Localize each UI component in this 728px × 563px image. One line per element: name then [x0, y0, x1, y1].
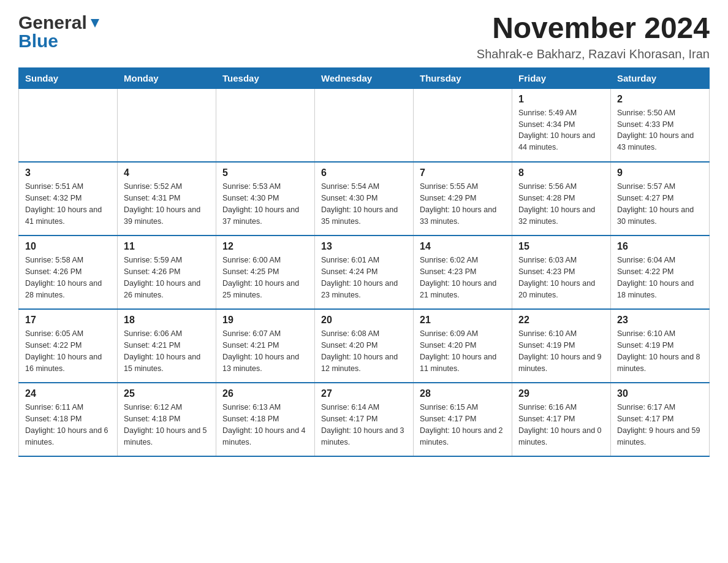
day-number: 22: [518, 315, 604, 326]
day-number: 2: [617, 94, 703, 105]
title-section: November 2024 Shahrak-e Bakharz, Razavi …: [477, 12, 710, 61]
day-number: 29: [518, 388, 604, 399]
calendar-header-row: SundayMondayTuesdayWednesdayThursdayFrid…: [19, 67, 710, 88]
day-info: Sunrise: 5:56 AMSunset: 4:28 PMDaylight:…: [518, 181, 604, 227]
day-info: Sunrise: 5:50 AMSunset: 4:33 PMDaylight:…: [617, 107, 703, 153]
day-number: 12: [222, 241, 308, 252]
calendar-week-1: 1Sunrise: 5:49 AMSunset: 4:34 PMDaylight…: [19, 88, 710, 162]
day-number: 25: [124, 388, 210, 399]
calendar-week-4: 17Sunrise: 6:05 AMSunset: 4:22 PMDayligh…: [19, 309, 710, 383]
day-info: Sunrise: 5:53 AMSunset: 4:30 PMDaylight:…: [222, 181, 308, 227]
day-number: 6: [321, 167, 407, 178]
day-info: Sunrise: 6:09 AMSunset: 4:20 PMDaylight:…: [420, 328, 506, 374]
day-info: Sunrise: 6:13 AMSunset: 4:18 PMDaylight:…: [222, 402, 308, 448]
day-info: Sunrise: 6:06 AMSunset: 4:21 PMDaylight:…: [124, 328, 210, 374]
day-number: 19: [222, 315, 308, 326]
calendar-cell: 26Sunrise: 6:13 AMSunset: 4:18 PMDayligh…: [216, 383, 315, 456]
day-number: 17: [25, 315, 111, 326]
day-number: 9: [617, 167, 703, 178]
calendar-cell: 8Sunrise: 5:56 AMSunset: 4:28 PMDaylight…: [512, 162, 611, 236]
calendar-cell: 5Sunrise: 5:53 AMSunset: 4:30 PMDaylight…: [216, 162, 315, 236]
day-number: 11: [124, 241, 210, 252]
day-info: Sunrise: 6:02 AMSunset: 4:23 PMDaylight:…: [420, 255, 506, 301]
day-info: Sunrise: 5:59 AMSunset: 4:26 PMDaylight:…: [124, 255, 210, 301]
calendar-cell: 11Sunrise: 5:59 AMSunset: 4:26 PMDayligh…: [118, 236, 216, 309]
day-info: Sunrise: 6:12 AMSunset: 4:18 PMDaylight:…: [124, 402, 210, 448]
svg-marker-0: [91, 19, 99, 28]
day-info: Sunrise: 6:05 AMSunset: 4:22 PMDaylight:…: [25, 328, 111, 374]
calendar-cell: 30Sunrise: 6:17 AMSunset: 4:17 PMDayligh…: [611, 383, 710, 456]
day-number: 16: [617, 241, 703, 252]
day-info: Sunrise: 6:04 AMSunset: 4:22 PMDaylight:…: [617, 255, 703, 301]
logo-general-text: General: [18, 12, 87, 33]
day-number: 4: [124, 167, 210, 178]
calendar-cell: 29Sunrise: 6:16 AMSunset: 4:17 PMDayligh…: [512, 383, 611, 456]
day-number: 30: [617, 388, 703, 399]
logo-triangle-icon: [88, 17, 102, 30]
day-number: 10: [25, 241, 111, 252]
calendar-cell: 28Sunrise: 6:15 AMSunset: 4:17 PMDayligh…: [414, 383, 512, 456]
calendar-week-3: 10Sunrise: 5:58 AMSunset: 4:26 PMDayligh…: [19, 236, 710, 309]
calendar-cell: 25Sunrise: 6:12 AMSunset: 4:18 PMDayligh…: [118, 383, 216, 456]
calendar-cell: [118, 88, 216, 162]
day-number: 5: [222, 167, 308, 178]
day-info: Sunrise: 6:14 AMSunset: 4:17 PMDaylight:…: [321, 402, 407, 448]
day-number: 24: [25, 388, 111, 399]
calendar-cell: 15Sunrise: 6:03 AMSunset: 4:23 PMDayligh…: [512, 236, 611, 309]
logo-blue-text: Blue: [18, 31, 58, 52]
calendar-cell: 17Sunrise: 6:05 AMSunset: 4:22 PMDayligh…: [19, 309, 118, 383]
day-info: Sunrise: 6:08 AMSunset: 4:20 PMDaylight:…: [321, 328, 407, 374]
day-number: 13: [321, 241, 407, 252]
day-info: Sunrise: 6:01 AMSunset: 4:24 PMDaylight:…: [321, 255, 407, 301]
day-info: Sunrise: 5:54 AMSunset: 4:30 PMDaylight:…: [321, 181, 407, 227]
day-number: 18: [124, 315, 210, 326]
page-header: General Blue November 2024 Shahrak-e Bak…: [18, 12, 710, 61]
calendar-header-saturday: Saturday: [611, 67, 710, 88]
calendar-cell: 10Sunrise: 5:58 AMSunset: 4:26 PMDayligh…: [19, 236, 118, 309]
day-number: 14: [420, 241, 506, 252]
calendar-cell: 27Sunrise: 6:14 AMSunset: 4:17 PMDayligh…: [315, 383, 414, 456]
calendar-cell: 9Sunrise: 5:57 AMSunset: 4:27 PMDaylight…: [611, 162, 710, 236]
calendar-week-5: 24Sunrise: 6:11 AMSunset: 4:18 PMDayligh…: [19, 383, 710, 456]
calendar-cell: 24Sunrise: 6:11 AMSunset: 4:18 PMDayligh…: [19, 383, 118, 456]
day-info: Sunrise: 6:10 AMSunset: 4:19 PMDaylight:…: [617, 328, 703, 374]
day-number: 20: [321, 315, 407, 326]
day-number: 28: [420, 388, 506, 399]
calendar-cell: 2Sunrise: 5:50 AMSunset: 4:33 PMDaylight…: [611, 88, 710, 162]
day-info: Sunrise: 6:17 AMSunset: 4:17 PMDaylight:…: [617, 402, 703, 448]
day-info: Sunrise: 5:52 AMSunset: 4:31 PMDaylight:…: [124, 181, 210, 227]
calendar-cell: 4Sunrise: 5:52 AMSunset: 4:31 PMDaylight…: [118, 162, 216, 236]
day-info: Sunrise: 6:15 AMSunset: 4:17 PMDaylight:…: [420, 402, 506, 448]
calendar-header-wednesday: Wednesday: [315, 67, 414, 88]
day-number: 8: [518, 167, 604, 178]
calendar-cell: 19Sunrise: 6:07 AMSunset: 4:21 PMDayligh…: [216, 309, 315, 383]
day-number: 27: [321, 388, 407, 399]
calendar-table: SundayMondayTuesdayWednesdayThursdayFrid…: [18, 67, 710, 458]
calendar-cell: [216, 88, 315, 162]
day-info: Sunrise: 5:55 AMSunset: 4:29 PMDaylight:…: [420, 181, 506, 227]
calendar-cell: 1Sunrise: 5:49 AMSunset: 4:34 PMDaylight…: [512, 88, 611, 162]
location-subtitle: Shahrak-e Bakharz, Razavi Khorasan, Iran: [477, 47, 710, 61]
day-info: Sunrise: 6:11 AMSunset: 4:18 PMDaylight:…: [25, 402, 111, 448]
day-number: 1: [518, 94, 604, 105]
calendar-cell: 13Sunrise: 6:01 AMSunset: 4:24 PMDayligh…: [315, 236, 414, 309]
calendar-cell: 21Sunrise: 6:09 AMSunset: 4:20 PMDayligh…: [414, 309, 512, 383]
calendar-cell: [414, 88, 512, 162]
day-info: Sunrise: 5:58 AMSunset: 4:26 PMDaylight:…: [25, 255, 111, 301]
calendar-header-tuesday: Tuesday: [216, 67, 315, 88]
calendar-header-monday: Monday: [118, 67, 216, 88]
day-info: Sunrise: 6:03 AMSunset: 4:23 PMDaylight:…: [518, 255, 604, 301]
calendar-cell: [19, 88, 118, 162]
day-number: 7: [420, 167, 506, 178]
calendar-cell: 16Sunrise: 6:04 AMSunset: 4:22 PMDayligh…: [611, 236, 710, 309]
calendar-cell: 20Sunrise: 6:08 AMSunset: 4:20 PMDayligh…: [315, 309, 414, 383]
calendar-cell: 3Sunrise: 5:51 AMSunset: 4:32 PMDaylight…: [19, 162, 118, 236]
calendar-cell: [315, 88, 414, 162]
calendar-header-thursday: Thursday: [414, 67, 512, 88]
day-info: Sunrise: 6:00 AMSunset: 4:25 PMDaylight:…: [222, 255, 308, 301]
day-info: Sunrise: 6:07 AMSunset: 4:21 PMDaylight:…: [222, 328, 308, 374]
day-number: 21: [420, 315, 506, 326]
calendar-cell: 22Sunrise: 6:10 AMSunset: 4:19 PMDayligh…: [512, 309, 611, 383]
day-info: Sunrise: 5:51 AMSunset: 4:32 PMDaylight:…: [25, 181, 111, 227]
calendar-header-friday: Friday: [512, 67, 611, 88]
